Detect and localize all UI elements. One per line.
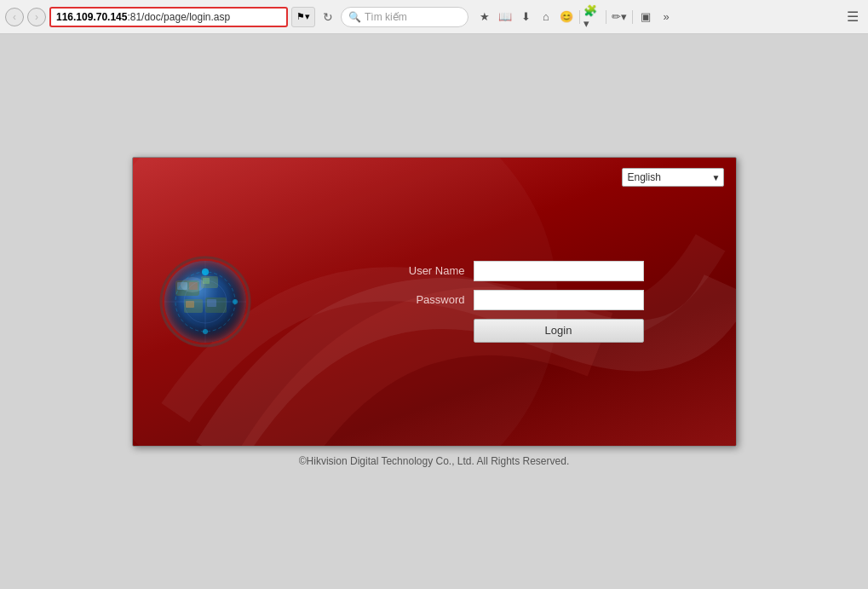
- flag-button[interactable]: ⚑▾: [291, 7, 315, 27]
- separator: [579, 10, 580, 24]
- pen-icon[interactable]: ✏▾: [610, 8, 629, 26]
- search-bar[interactable]: 🔍 Tìm kiếm: [341, 7, 468, 27]
- language-select[interactable]: English Chinese Vietnamese: [622, 168, 724, 187]
- username-row: User Name: [388, 261, 644, 281]
- bookmark-star-icon[interactable]: ★: [475, 8, 494, 26]
- login-form: User Name Password Login: [388, 261, 644, 343]
- username-input[interactable]: [474, 261, 644, 281]
- search-placeholder: Tìm kiếm: [365, 11, 407, 23]
- language-selector-wrap: English Chinese Vietnamese ▼: [622, 168, 724, 187]
- copyright-text: ©Hikvision Digital Technology Co., Ltd. …: [299, 455, 569, 467]
- url-text: 116.109.70.145:81/doc/page/login.asp: [56, 11, 230, 23]
- screenshot-icon[interactable]: ▣: [636, 8, 655, 26]
- more-icons[interactable]: »: [657, 8, 675, 26]
- flag-icon: ⚑▾: [296, 11, 310, 22]
- user-icon[interactable]: 😊: [557, 8, 576, 26]
- globe-logo: [158, 255, 252, 349]
- svg-point-20: [202, 269, 209, 275]
- svg-point-18: [181, 277, 204, 292]
- login-button[interactable]: Login: [474, 319, 644, 343]
- address-bar[interactable]: 116.109.70.145:81/doc/page/login.asp: [49, 7, 288, 27]
- search-icon: 🔍: [348, 11, 361, 23]
- browser-toolbar: ‹ › 116.109.70.145:81/doc/page/login.asp…: [0, 0, 868, 34]
- reload-button[interactable]: ↻: [319, 8, 337, 26]
- username-label: User Name: [388, 264, 465, 277]
- download-icon[interactable]: ⬇: [516, 8, 535, 26]
- browser-menu-button[interactable]: ☰: [842, 8, 863, 26]
- page-content: English Chinese Vietnamese ▼: [0, 34, 868, 589]
- login-btn-row: Login: [388, 319, 644, 343]
- toolbar-icons: ★ 📖 ⬇ ⌂ 😊 🧩▾ ✏▾ ▣ »: [475, 8, 675, 26]
- password-input[interactable]: [474, 290, 644, 310]
- separator2: [606, 10, 606, 24]
- reading-mode-icon[interactable]: 📖: [496, 8, 514, 26]
- password-row: Password: [388, 290, 644, 310]
- forward-button[interactable]: ›: [27, 8, 46, 26]
- reload-icon: ↻: [323, 10, 333, 24]
- svg-point-21: [233, 299, 238, 304]
- home-icon[interactable]: ⌂: [537, 8, 555, 26]
- extensions-icon[interactable]: 🧩▾: [583, 8, 602, 26]
- back-button[interactable]: ‹: [5, 8, 24, 26]
- copyright-footer: ©Hikvision Digital Technology Co., Ltd. …: [299, 455, 569, 467]
- svg-point-22: [203, 329, 208, 334]
- login-panel: English Chinese Vietnamese ▼: [132, 157, 737, 447]
- password-label: Password: [388, 293, 465, 306]
- separator3: [632, 10, 633, 24]
